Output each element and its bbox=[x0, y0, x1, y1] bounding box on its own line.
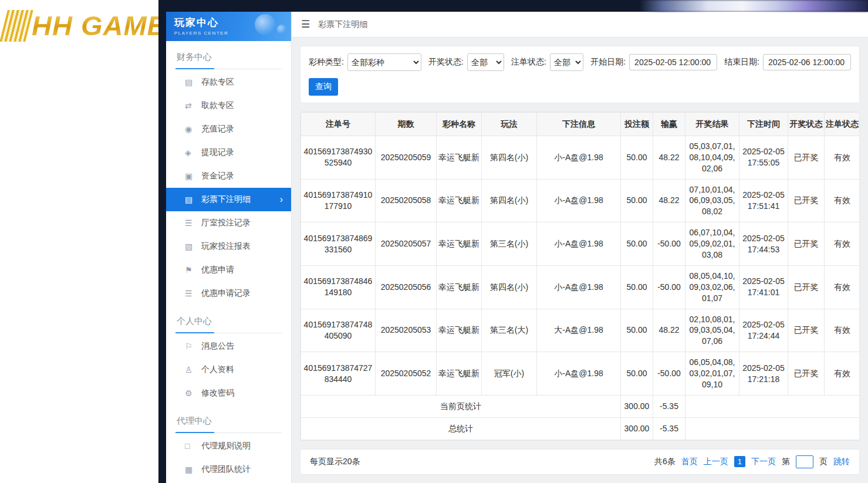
table-row: 40156917387472783444020250205052幸运飞艇新冠军(… bbox=[301, 352, 860, 396]
table-cell: 幸运飞艇新 bbox=[437, 136, 482, 179]
sidebar-item-label: 取款专区 bbox=[201, 100, 234, 111]
table-cell: -50.00 bbox=[653, 352, 685, 396]
jump-page-input[interactable] bbox=[796, 455, 813, 468]
main-content: ☰ 彩票下注明细 彩种类型: 全部彩种 开奖状态: 全部 注单状态: 全部 bbox=[292, 12, 868, 483]
table-cell: 已开奖 bbox=[788, 136, 825, 179]
search-button[interactable]: 查询 bbox=[309, 78, 338, 96]
table-cell: 幸运飞艇新 bbox=[437, 352, 482, 396]
bell-icon: ⚐ bbox=[185, 342, 201, 351]
gear-icon: ⚙ bbox=[185, 389, 201, 398]
table-cell: 401569173874727834440 bbox=[301, 352, 376, 396]
lottery-type-label: 彩种类型: bbox=[309, 57, 344, 67]
sidebar-section-title: 财务中心 bbox=[175, 48, 282, 69]
prev-page-link[interactable]: 上一页 bbox=[704, 457, 728, 467]
sidebar-item[interactable]: ▣资金记录 bbox=[166, 164, 291, 188]
end-date-label: 结束日期: bbox=[724, 57, 759, 67]
column-header: 注单状态 bbox=[825, 113, 860, 136]
sidebar-item[interactable]: ⚐消息公告 bbox=[166, 335, 291, 358]
table-cell: 有效 bbox=[825, 136, 860, 179]
page-title: 彩票下注明细 bbox=[318, 19, 367, 30]
column-header: 下注时间 bbox=[739, 113, 788, 136]
sidebar-item-label: 充值记录 bbox=[201, 124, 234, 134]
end-date-input[interactable] bbox=[763, 54, 851, 70]
logo-stripes-icon bbox=[0, 10, 33, 42]
sidebar-item[interactable]: ▤彩票下注明细› bbox=[166, 188, 291, 211]
sidebar-item[interactable]: ⚙修改密码 bbox=[166, 381, 291, 405]
current-page-button[interactable]: 1 bbox=[734, 456, 745, 467]
table-row: 40156917387486933156020250205057幸运飞艇新第三名… bbox=[301, 222, 860, 266]
table-cell: 50.00 bbox=[621, 309, 653, 352]
column-header: 开奖结果 bbox=[685, 113, 739, 136]
start-date-input[interactable] bbox=[629, 54, 717, 70]
sidebar-item-label: 修改密码 bbox=[201, 388, 234, 398]
sidebar-item[interactable]: ▤存款专区 bbox=[166, 70, 291, 94]
table-cell: 小-A盘@1.98 bbox=[537, 222, 621, 266]
table-cell: 50.00 bbox=[621, 179, 653, 222]
logo-text: HH GAME bbox=[32, 9, 166, 42]
table-cell: 幸运飞艇新 bbox=[437, 222, 482, 266]
table-cell: 已开奖 bbox=[788, 309, 825, 352]
sidebar-item[interactable]: ▧玩家投注报表 bbox=[166, 235, 291, 258]
table-cell: 20250205058 bbox=[376, 179, 437, 222]
table-cell: 小-A盘@1.98 bbox=[537, 265, 621, 309]
sidebar-item[interactable]: ▦代理团队统计 bbox=[166, 458, 291, 481]
draw-status-label: 开奖状态: bbox=[428, 57, 464, 67]
decorative-ball-small-icon bbox=[277, 25, 286, 34]
sidebar: 玩家中心 PLAYERS CENTER 财务中心▤存款专区⇄取款专区◉充值记录◈… bbox=[166, 12, 292, 483]
table-cell: 401569173874869331560 bbox=[301, 222, 376, 266]
column-header: 彩种名称 bbox=[437, 113, 482, 136]
sidebar-item-label: 彩票下注明细 bbox=[201, 194, 251, 205]
sidebar-item[interactable]: ♙个人资料 bbox=[166, 358, 291, 381]
column-header: 注单号 bbox=[301, 113, 376, 136]
table-cell: 有效 bbox=[825, 179, 860, 222]
summary-cell bbox=[685, 395, 860, 417]
topbar: ☰ 彩票下注明细 bbox=[292, 12, 868, 38]
column-header: 输赢 bbox=[653, 113, 685, 136]
sidebar-item[interactable]: □代理规则说明 bbox=[166, 434, 291, 458]
table-cell: 幸运飞艇新 bbox=[437, 265, 482, 309]
table-cell: 第四名(小) bbox=[482, 265, 537, 309]
table-cell: 50.00 bbox=[621, 136, 653, 179]
sidebar-item[interactable]: ⚑优惠申请 bbox=[166, 258, 291, 282]
sidebar-item[interactable]: ◈提现记录 bbox=[166, 141, 291, 164]
menu-toggle-icon[interactable]: ☰ bbox=[301, 18, 310, 31]
next-page-link[interactable]: 下一页 bbox=[751, 457, 776, 467]
table-cell: -50.00 bbox=[653, 222, 685, 266]
jump-button[interactable]: 跳转 bbox=[833, 457, 850, 467]
table-cell: 有效 bbox=[825, 352, 860, 396]
sidebar-item[interactable]: ☰优惠申请记录 bbox=[166, 282, 291, 305]
sidebar-item-label: 玩家投注报表 bbox=[201, 241, 251, 252]
column-header: 期数 bbox=[376, 113, 437, 136]
sidebar-item[interactable]: ⇄取款专区 bbox=[166, 94, 291, 117]
summary-cell: 300.00 bbox=[621, 395, 653, 417]
bets-table: 注单号期数彩种名称玩法下注信息投注额输赢开奖结果下注时间开奖状态注单状态 401… bbox=[300, 112, 860, 440]
sidebar-item[interactable]: ◉充值记录 bbox=[166, 117, 291, 141]
table-cell: 2025-02-05 17:41:01 bbox=[739, 265, 788, 309]
lottery-type-select[interactable]: 全部彩种 bbox=[347, 53, 421, 71]
table-cell: 小-A盘@1.98 bbox=[537, 352, 621, 396]
bet-status-select[interactable]: 全部 bbox=[550, 53, 583, 71]
sidebar-section-title: 代理中心 bbox=[175, 412, 282, 433]
start-date-label: 开始日期: bbox=[590, 57, 626, 67]
sidebar-item[interactable]: ☰厅室投注记录 bbox=[166, 211, 291, 235]
deposit-icon: ▤ bbox=[185, 77, 201, 87]
table-cell: 48.22 bbox=[653, 179, 685, 222]
table-cell: 401569173874910177910 bbox=[301, 179, 376, 222]
draw-status-select[interactable]: 全部 bbox=[467, 53, 504, 71]
table-cell: 已开奖 bbox=[788, 222, 825, 266]
table-cell: 有效 bbox=[825, 265, 860, 309]
sidebar-item-label: 个人资料 bbox=[201, 364, 234, 375]
table-cell: 小-A盘@1.98 bbox=[537, 179, 621, 222]
column-header: 开奖状态 bbox=[788, 113, 825, 136]
table-cell: 有效 bbox=[825, 222, 860, 266]
withdraw-icon: ⇄ bbox=[185, 101, 201, 110]
lottery-detail-icon: ▤ bbox=[185, 195, 201, 204]
column-header: 投注额 bbox=[621, 113, 653, 136]
summary-cell: -5.35 bbox=[653, 395, 685, 417]
table-cell: 20250205056 bbox=[376, 265, 437, 309]
summary-cell: 300.00 bbox=[621, 417, 653, 440]
filter-panel: 彩种类型: 全部彩种 开奖状态: 全部 注单状态: 全部 开始日期: 结束日期: bbox=[300, 46, 860, 103]
user-icon: ♙ bbox=[185, 365, 201, 374]
brand-logo: HH GAME bbox=[4, 9, 166, 42]
first-page-link[interactable]: 首页 bbox=[681, 457, 698, 467]
